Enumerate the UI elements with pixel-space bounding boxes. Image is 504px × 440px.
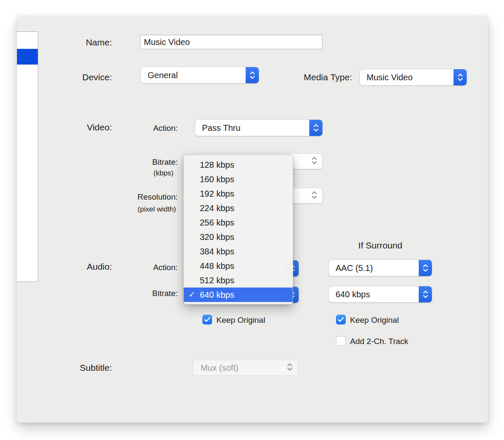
updown-chevrons-icon <box>454 69 467 85</box>
menu-item[interactable]: 192 kbps <box>184 186 293 201</box>
preset-list[interactable] <box>17 31 38 282</box>
menu-item[interactable]: 320 kbps <box>184 230 293 244</box>
preset-settings-dialog: Name: Device: General Media Type: Music … <box>17 16 488 423</box>
audio-bitrate-menu: 128 kbps 160 kbps 192 kbps 224 kbps 256 … <box>183 155 293 305</box>
surround-audio-action-popup-value: AAC (5.1) <box>329 260 419 276</box>
menu-item[interactable]: 256 kbps <box>184 215 293 230</box>
updown-chevrons-icon <box>311 155 317 167</box>
menu-item[interactable]: 160 kbps <box>184 172 293 186</box>
device-popup-value: General <box>141 67 246 83</box>
preset-list-selected-row[interactable] <box>17 49 38 65</box>
media-type-label: Media Type: <box>255 72 352 83</box>
add-2ch-track-checkbox[interactable] <box>336 336 346 346</box>
checkmark-icon: ✓ <box>188 288 199 302</box>
name-input[interactable] <box>140 35 322 49</box>
surround-audio-bitrate-popup[interactable]: 640 kbps <box>329 286 432 302</box>
menu-item-selected[interactable]: ✓640 kbps <box>184 288 293 302</box>
menu-item[interactable]: 448 kbps <box>184 259 293 273</box>
checkmark-icon <box>204 317 210 322</box>
audio-bitrate-label: Bitrate: <box>93 288 178 299</box>
updown-chevrons-icon <box>287 362 293 374</box>
keep-original-label: Keep Original <box>216 315 265 325</box>
menu-item[interactable]: 384 kbps <box>184 244 293 259</box>
updown-chevrons-icon <box>309 120 322 136</box>
device-popup[interactable]: General <box>141 67 259 83</box>
video-bitrate-unit-label: (kbps) <box>93 169 178 178</box>
updown-chevrons-icon <box>311 190 317 202</box>
subtitle-section-label: Subtitle: <box>17 362 112 373</box>
if-surround-header: If Surround <box>329 240 432 251</box>
video-action-popup[interactable]: Pass Thru <box>195 120 322 136</box>
updown-chevrons-icon <box>419 286 432 302</box>
media-type-popup-value: Music Video <box>360 69 454 85</box>
menu-item[interactable]: 512 kbps <box>184 273 293 288</box>
surround-audio-bitrate-popup-value: 640 kbps <box>329 286 419 302</box>
audio-action-label: Action: <box>93 262 178 273</box>
video-action-popup-value: Pass Thru <box>195 120 309 136</box>
checkmark-icon <box>338 317 344 322</box>
media-type-popup[interactable]: Music Video <box>360 69 467 85</box>
video-action-label: Action: <box>93 123 178 133</box>
menu-item[interactable]: 224 kbps <box>184 201 293 215</box>
device-label: Device: <box>17 72 112 83</box>
video-bitrate-label: Bitrate: <box>93 157 178 167</box>
subtitle-popup-value: Mux (soft) <box>193 360 298 375</box>
subtitle-popup: Mux (soft) <box>193 360 298 375</box>
surround-keep-original-checkbox[interactable] <box>336 315 346 324</box>
name-label: Name: <box>17 37 112 48</box>
menu-item-label: 640 kbps <box>200 290 234 299</box>
surround-audio-action-popup[interactable]: AAC (5.1) <box>329 260 432 276</box>
updown-chevrons-icon <box>419 260 432 276</box>
add-2ch-track-label: Add 2-Ch. Track <box>350 336 408 347</box>
keep-original-checkbox[interactable] <box>202 315 212 324</box>
surround-keep-original-label: Keep Original <box>350 315 399 325</box>
menu-item[interactable]: 128 kbps <box>184 158 293 172</box>
video-resolution-label: Resolution: <box>93 192 178 202</box>
video-resolution-unit-label: (pixel width) <box>93 205 178 214</box>
